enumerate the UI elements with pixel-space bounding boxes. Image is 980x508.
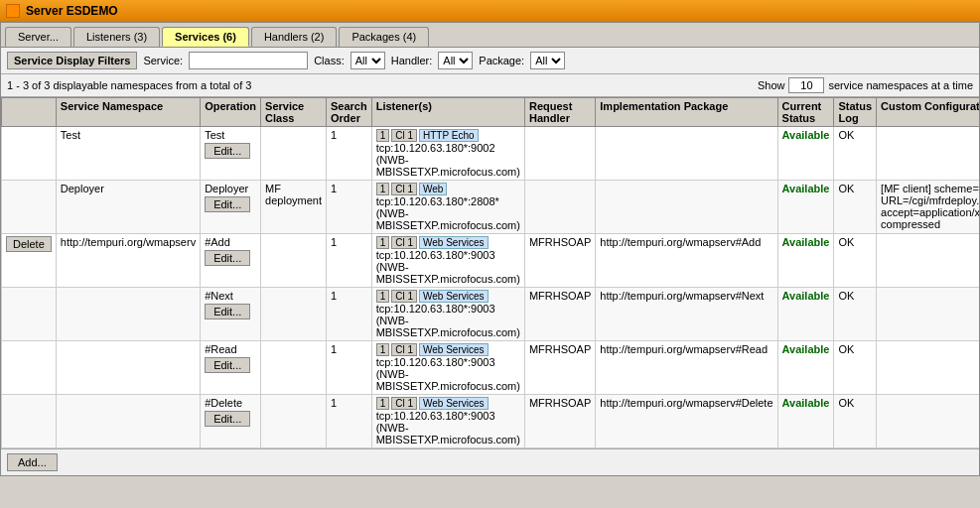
table-row: DeployerDeployerEdit...MF deployment11Cl… xyxy=(2,181,980,234)
delete-button[interactable]: Delete xyxy=(6,236,52,252)
operation-cell: #AddEdit... xyxy=(201,234,261,288)
table-row: TestTestEdit...11Cl 1HTTP Echotcp:10.120… xyxy=(2,127,980,181)
listener-type: Web Services xyxy=(419,290,489,303)
request-handler-cell: MFRHSOAP xyxy=(524,395,595,448)
impl-package-cell xyxy=(596,127,777,181)
service-class-cell xyxy=(261,288,327,341)
current-status-cell: Available xyxy=(777,395,834,448)
class-select[interactable]: All xyxy=(350,52,385,69)
handler-select[interactable]: All xyxy=(438,52,473,69)
col-custom-config: Custom Configuration xyxy=(877,98,979,127)
listener-num: 1 xyxy=(376,290,390,303)
namespace-cell: http://tempuri.org/wmapserv xyxy=(56,234,200,288)
custom-config-cell xyxy=(877,341,979,395)
service-input[interactable] xyxy=(189,52,308,69)
show-suffix: service namespaces at a time xyxy=(828,79,973,91)
tab-packages[interactable]: Packages (4) xyxy=(339,27,429,47)
edit-button[interactable]: Edit... xyxy=(205,304,250,319)
custom-config-cell xyxy=(877,127,979,181)
listener-num: 1 xyxy=(376,129,390,142)
listener-addr: tcp:10.120.63.180*:9003 xyxy=(376,410,520,422)
filter-bar: Service Display Filters Service: Class: … xyxy=(1,48,979,74)
class-label: Class: xyxy=(314,55,345,66)
tab-listeners[interactable]: Listeners (3) xyxy=(73,27,160,47)
title-bar-text: Server ESDEMO xyxy=(26,4,118,18)
edit-button[interactable]: Edit... xyxy=(205,143,250,159)
tab-server[interactable]: Server... xyxy=(5,27,71,47)
service-class-cell xyxy=(261,127,327,181)
col-status-log: Status Log xyxy=(834,98,877,127)
request-handler-cell: MFRHSOAP xyxy=(524,288,595,341)
package-select[interactable]: All xyxy=(530,52,565,69)
edit-button[interactable]: Edit... xyxy=(205,411,250,427)
show-input[interactable] xyxy=(788,77,824,93)
status-log-cell: OK xyxy=(834,127,877,181)
namespace-cell: Test xyxy=(56,127,200,181)
status-log-cell: OK xyxy=(834,181,877,234)
handler-label: Handler: xyxy=(391,55,433,66)
listener-addr: tcp:10.120.63.180*:2808* xyxy=(376,195,520,207)
listener-host: (NWB-MBISSETXP.microfocus.com) xyxy=(376,154,520,178)
bottom-bar: Add... xyxy=(1,448,979,475)
edit-button[interactable]: Edit... xyxy=(205,196,250,212)
listener-type: Web Services xyxy=(419,236,489,249)
search-order-cell: 1 xyxy=(326,234,371,288)
operation-cell: #DeleteEdit... xyxy=(201,395,261,448)
listener-cl: Cl 1 xyxy=(391,343,417,356)
listener-addr: tcp:10.120.63.180*:9002 xyxy=(376,142,520,154)
info-bar: 1 - 3 of 3 displayable namespaces from a… xyxy=(1,74,979,97)
listener-num: 1 xyxy=(376,397,390,410)
col-operation: Operation xyxy=(201,98,261,127)
table-container: Service Namespace Operation Service Clas… xyxy=(1,97,979,448)
listener-type: HTTP Echo xyxy=(419,129,479,142)
listener-cl: Cl 1 xyxy=(391,397,417,410)
info-text: 1 - 3 of 3 displayable namespaces from a… xyxy=(7,79,251,91)
namespace-cell: Deployer xyxy=(56,181,200,234)
listener-cl: Cl 1 xyxy=(391,183,417,195)
package-label: Package: xyxy=(479,55,524,66)
namespace-cell xyxy=(56,341,200,395)
listener-cl: Cl 1 xyxy=(391,129,417,142)
table-row: #DeleteEdit...11Cl 1Web Servicestcp:10.1… xyxy=(2,395,980,448)
main-container: Server...Listeners (3)Services (6)Handle… xyxy=(0,22,980,476)
request-handler-cell: MFRHSOAP xyxy=(524,234,595,288)
current-status-cell: Available xyxy=(777,341,834,395)
listener-host: (NWB-MBISSETXP.microfocus.com) xyxy=(376,422,520,445)
search-order-cell: 1 xyxy=(326,288,371,341)
operation-cell: #NextEdit... xyxy=(201,288,261,341)
current-status-cell: Available xyxy=(777,288,834,341)
col-namespace: Service Namespace xyxy=(56,98,200,127)
search-order-cell: 1 xyxy=(326,181,371,234)
col-listeners: Listener(s) xyxy=(371,98,524,127)
col-delete xyxy=(2,98,57,127)
edit-button[interactable]: Edit... xyxy=(205,357,250,373)
custom-config-cell xyxy=(877,288,979,341)
info-right: Show service namespaces at a time xyxy=(758,77,973,93)
show-label: Show xyxy=(758,79,785,91)
request-handler-cell: MFRHSOAP xyxy=(524,341,595,395)
custom-config-cell: [MF client] scheme=http URL=/cgi/mfrdepl… xyxy=(877,181,979,234)
current-status-cell: Available xyxy=(777,181,834,234)
tab-services[interactable]: Services (6) xyxy=(162,27,249,47)
current-status-cell: Available xyxy=(777,127,834,181)
table-row: #ReadEdit...11Cl 1Web Servicestcp:10.120… xyxy=(2,341,980,395)
add-button[interactable]: Add... xyxy=(7,453,58,471)
status-log-cell: OK xyxy=(834,288,877,341)
title-bar-icon xyxy=(6,4,20,18)
listener-addr: tcp:10.120.63.180*:9003 xyxy=(376,303,520,315)
status-log-cell: OK xyxy=(834,341,877,395)
edit-button[interactable]: Edit... xyxy=(205,250,250,266)
col-request-handler: Request Handler xyxy=(524,98,595,127)
listener-addr: tcp:10.120.63.180*:9003 xyxy=(376,356,520,368)
service-display-filters-button[interactable]: Service Display Filters xyxy=(7,52,137,69)
search-order-cell: 1 xyxy=(326,127,371,181)
listener-host: (NWB-MBISSETXP.microfocus.com) xyxy=(376,207,520,231)
search-order-cell: 1 xyxy=(326,395,371,448)
tab-handlers[interactable]: Handlers (2) xyxy=(251,27,338,47)
custom-config-cell xyxy=(877,395,979,448)
listener-num: 1 xyxy=(376,236,390,249)
col-impl-package: Implementation Package xyxy=(596,98,777,127)
impl-package-cell: http://tempuri.org/wmapserv#Next xyxy=(596,288,777,341)
listeners-cell: 1Cl 1Webtcp:10.120.63.180*:2808*(NWB-MBI… xyxy=(371,181,524,234)
table-row: Deletehttp://tempuri.org/wmapserv#AddEdi… xyxy=(2,234,980,288)
